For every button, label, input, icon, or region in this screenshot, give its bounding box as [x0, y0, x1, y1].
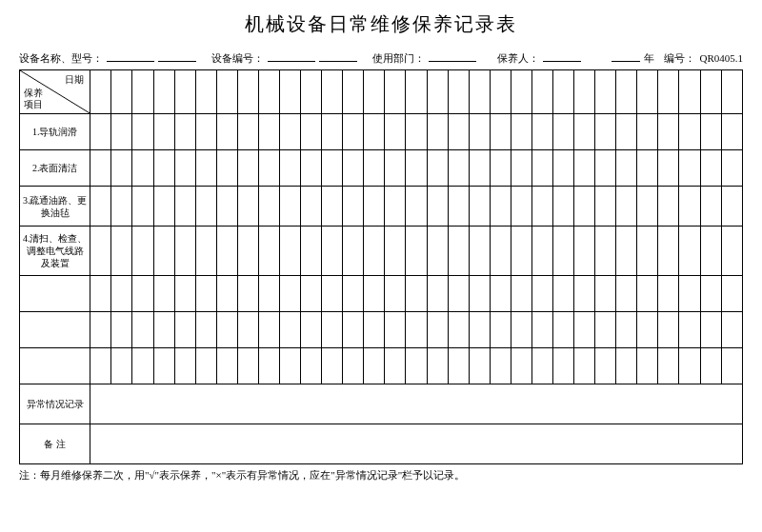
date-col-head [511, 70, 531, 114]
date-col-head [531, 70, 552, 114]
code-label: 编号： [664, 51, 695, 66]
header-date-label: 日期 [65, 73, 84, 87]
date-col-head [237, 70, 258, 114]
item-cell-7 [20, 348, 90, 384]
date-col-head [490, 70, 511, 114]
date-col-head [258, 70, 279, 114]
item-cell-2: 2.表面清洁 [20, 150, 90, 187]
year-blank [612, 49, 640, 62]
table-row: 2.表面清洁 [20, 150, 743, 187]
date-col-head [174, 70, 195, 114]
date-col-head [574, 70, 595, 114]
header-item-label: 保养项目 [24, 88, 43, 110]
item-cell-6 [20, 312, 90, 348]
diagonal-header-cell: 日期 保养项目 [20, 70, 90, 114]
date-col-head [679, 70, 700, 114]
date-col-head [469, 70, 490, 114]
table-header-row: 日期 保养项目 [20, 70, 743, 114]
table-row: 1.导轨润滑 [20, 114, 743, 150]
date-col-head [153, 70, 174, 114]
date-col-head [427, 70, 448, 114]
table-row [20, 312, 743, 348]
date-col-head [90, 70, 111, 114]
date-col-head [195, 70, 216, 114]
keeper-blank [543, 49, 581, 62]
abnormal-record-label: 异常情况记录 [20, 384, 90, 424]
date-col-head [132, 70, 153, 114]
page-title: 机械设备日常维修保养记录表 [19, 11, 743, 37]
maintenance-table: 日期 保养项目 1.导轨润滑 2.表面清洁 3.疏通油路、更换油毡 4.清扫、检… [19, 69, 743, 464]
table-row [20, 276, 743, 312]
remark-cell [90, 424, 743, 464]
date-col-head [553, 70, 574, 114]
table-row: 3.疏通油路、更换油毡 [20, 187, 743, 227]
table-row [20, 348, 743, 384]
date-col-head [700, 70, 721, 114]
date-col-head [721, 70, 742, 114]
date-col-head [343, 70, 364, 114]
date-col-head [111, 70, 132, 114]
date-col-head [385, 70, 406, 114]
abnormal-record-cell [90, 384, 743, 424]
date-col-head [216, 70, 237, 114]
equip-no-blank1 [268, 49, 315, 62]
item-cell-3: 3.疏通油路、更换油毡 [20, 187, 90, 227]
table-row: 备 注 [20, 424, 743, 464]
footnote: 注：每月维修保养二次，用"√"表示保养，"×"表示有异常情况，应在"异常情况记录… [19, 468, 743, 483]
keeper-label: 保养人： [497, 51, 539, 66]
date-col-head [595, 70, 616, 114]
equip-no-blank2 [319, 49, 357, 62]
dept-label: 使用部门： [372, 51, 425, 66]
date-col-head [301, 70, 322, 114]
date-col-head [448, 70, 469, 114]
date-col-head [322, 70, 343, 114]
item-cell-4: 4.清扫、检查、调整电气线路及装置 [20, 227, 90, 276]
date-col-head [279, 70, 300, 114]
table-row: 异常情况记录 [20, 384, 743, 424]
code-value: QR0405.1 [699, 52, 743, 64]
date-col-head [406, 70, 427, 114]
equip-no-label: 设备编号： [211, 51, 264, 66]
year-suffix: 年 [644, 51, 654, 66]
dept-blank [429, 49, 476, 62]
item-cell-5 [20, 276, 90, 312]
equip-model-blank [158, 49, 196, 62]
equip-name-blank [107, 49, 154, 62]
header-fields: 设备名称、型号： 设备编号： 使用部门： 保养人： 年 编号： QR0405.1 [19, 49, 743, 66]
equip-name-label: 设备名称、型号： [19, 51, 103, 66]
date-col-head [616, 70, 637, 114]
date-col-head [658, 70, 679, 114]
item-cell-1: 1.导轨润滑 [20, 114, 90, 150]
table-row: 4.清扫、检查、调整电气线路及装置 [20, 227, 743, 276]
remark-label: 备 注 [20, 424, 90, 464]
date-col-head [364, 70, 385, 114]
date-col-head [637, 70, 658, 114]
